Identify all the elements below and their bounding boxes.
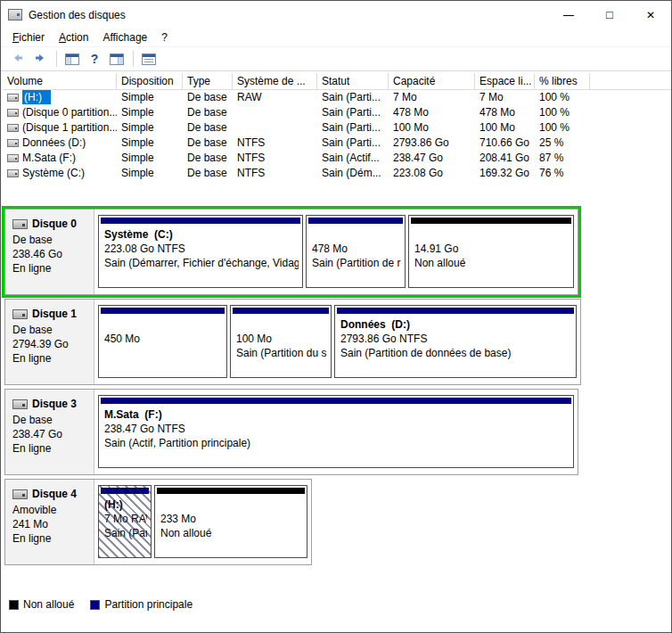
maximize-button[interactable]: □: [589, 1, 630, 29]
arrow-left-icon: [11, 51, 25, 68]
column-header-volume[interactable]: Volume: [3, 73, 117, 89]
column-header-capacite[interactable]: Capacité: [389, 73, 475, 89]
column-header-type[interactable]: Type: [183, 73, 233, 89]
cell-espace: 100 Mo: [475, 120, 535, 136]
table-row[interactable]: (H:)SimpleDe baseRAWSain (Parti...7 Mo7 …: [3, 90, 671, 105]
partitions-area: Système (C:)223.08 Go NTFSSain (Démarrer…: [94, 210, 578, 294]
show-action-pane-button[interactable]: [106, 49, 127, 69]
disk-type: Amovible: [12, 503, 90, 517]
column-header-statut[interactable]: Statut: [317, 73, 389, 89]
partition-title: Données (D:): [340, 317, 572, 332]
partition-body: (H:)7 Mo RAWSain (Part: [99, 494, 151, 540]
disk-size: 238.46 Go: [12, 247, 90, 261]
partition-size: 223.08 Go NTFS: [104, 242, 299, 256]
menu-item-action[interactable]: Action: [52, 29, 95, 45]
cell-capacite: 100 Mo: [389, 120, 475, 136]
forward-button[interactable]: [29, 49, 51, 69]
partition-color-strip: [101, 218, 300, 224]
partition-box[interactable]: 14.91 GoNon alloué: [408, 215, 574, 288]
partition-status: Sain (Partition de données de base): [340, 346, 572, 360]
cell-fs: [233, 105, 317, 120]
cell-disposition: Simple: [117, 151, 183, 166]
disk-left-panel[interactable]: Disque 4Amovible241 MoEn ligne: [5, 480, 94, 564]
partition-status: [104, 346, 223, 360]
partition-color-strip: [101, 308, 225, 314]
title-bar: Gestion des disques — □ ✕: [1, 1, 671, 29]
cell-capacite: 7 Mo: [389, 90, 475, 105]
partition-body: Données (D:)2793.86 Go NTFSSain (Partiti…: [335, 314, 576, 360]
column-header-disposition[interactable]: Disposition: [117, 73, 183, 89]
partition-status: Non alloué: [414, 256, 570, 270]
partition-box[interactable]: Données (D:)2793.86 Go NTFSSain (Partiti…: [334, 305, 577, 378]
legend-swatch: [9, 600, 19, 610]
menu-item-aide[interactable]: ?: [154, 29, 175, 45]
partition-color-strip: [233, 308, 329, 314]
column-header-fs[interactable]: Système de ...: [233, 73, 317, 89]
help-button[interactable]: ?: [84, 49, 105, 69]
toolbar: ?: [1, 47, 671, 71]
table-row[interactable]: (Disque 0 partition...SimpleDe baseSain …: [3, 105, 671, 120]
partition-title: [414, 227, 570, 242]
drive-icon: [7, 154, 19, 162]
volume-label: (Disque 1 partition...: [22, 121, 117, 134]
menu-item-fichier[interactable]: Fichier: [5, 29, 52, 45]
disk-size: 241 Mo: [12, 517, 90, 531]
cell-statut: Sain (Parti...: [317, 105, 389, 120]
disk-name: Disque 1: [32, 308, 77, 320]
menu-item-affichage[interactable]: Affichage: [95, 29, 154, 45]
cell-fs: NTFS: [233, 136, 317, 151]
partition-box[interactable]: Système (C:)223.08 Go NTFSSain (Démarrer…: [98, 215, 303, 288]
disk-left-panel[interactable]: Disque 0De base238.46 GoEn ligne: [5, 210, 94, 294]
partition-status: Sain (Partition du s: [236, 346, 327, 360]
close-button[interactable]: ✕: [630, 1, 671, 29]
partition-box[interactable]: 100 MoSain (Partition du s: [230, 305, 332, 378]
disk-type: De base: [12, 323, 90, 337]
column-header-espace[interactable]: Espace li...: [475, 73, 535, 89]
cell-espace: 208.41 Go: [475, 151, 535, 166]
table-row[interactable]: Système (C:)SimpleDe baseNTFSSain (Dém..…: [3, 166, 671, 181]
column-header-libres[interactable]: % libres: [535, 73, 590, 89]
back-button[interactable]: [7, 49, 29, 69]
disk-size: 2794.39 Go: [12, 337, 90, 351]
cell-espace: 169.32 Go: [475, 166, 535, 181]
cell-statut: Sain (Parti...: [317, 136, 389, 151]
disk-row-3: Disque 4Amovible241 MoEn ligne(H:)7 Mo R…: [4, 479, 312, 565]
disk-left-panel[interactable]: Disque 3De base238.47 GoEn ligne: [5, 390, 94, 474]
partition-box[interactable]: (H:)7 Mo RAWSain (Part: [98, 485, 152, 558]
cell-type: De base: [183, 151, 233, 166]
cell-espace: 7 Mo: [475, 90, 535, 105]
partition-color-strip: [101, 488, 149, 494]
partition-box[interactable]: 478 MoSain (Partition de ré: [306, 215, 406, 288]
drive-icon: [7, 109, 19, 117]
disk-icon: [12, 489, 28, 499]
partition-color-strip: [337, 308, 574, 314]
partition-status: Sain (Partition de ré: [312, 256, 401, 270]
properties-button[interactable]: [138, 49, 160, 69]
window-pane-icon: [110, 53, 124, 65]
partition-status: Sain (Démarrer, Fichier d'échange, Vidag…: [104, 256, 299, 270]
table-row[interactable]: (Disque 1 partition...SimpleDe baseSain …: [3, 120, 671, 136]
table-row[interactable]: Données (D:)SimpleDe baseNTFSSain (Parti…: [3, 136, 671, 151]
partition-box[interactable]: 450 Mo: [98, 305, 227, 378]
disk-status: En ligne: [12, 531, 90, 546]
cell-fs: RAW: [233, 90, 317, 105]
show-console-tree-button[interactable]: [61, 49, 83, 69]
volume-label: (H:): [22, 90, 51, 104]
partition-box[interactable]: M.Sata (F:)238.47 Go NTFSSain (Actif, Pa…: [98, 395, 574, 468]
cell-statut: Sain (Dém...: [317, 166, 389, 181]
partition-status: Non alloué: [160, 526, 303, 540]
cell-disposition: Simple: [117, 166, 183, 181]
partition-title: [160, 497, 303, 512]
table-row[interactable]: M.Sata (F:)SimpleDe baseNTFSSain (Actif.…: [3, 151, 671, 166]
partition-size: 238.47 Go NTFS: [104, 422, 570, 436]
minimize-button[interactable]: —: [548, 1, 589, 29]
partition-box[interactable]: 233 MoNon alloué: [154, 485, 307, 558]
cell-volume: (H:): [3, 90, 117, 105]
disk-row-1: Disque 1De base2794.39 GoEn ligne450 Mo1…: [4, 299, 581, 385]
cell-libres: 100 %: [535, 90, 590, 105]
partition-body: 233 MoNon alloué: [155, 494, 307, 540]
disk-name: Disque 0: [32, 218, 77, 230]
disk-left-panel[interactable]: Disque 1De base2794.39 GoEn ligne: [5, 300, 94, 384]
cell-volume: Données (D:): [3, 136, 117, 151]
arrow-right-icon: [33, 51, 47, 68]
